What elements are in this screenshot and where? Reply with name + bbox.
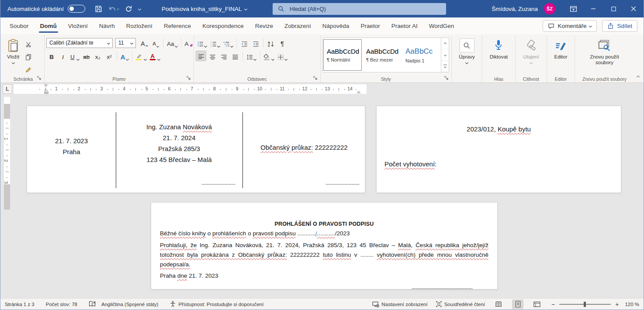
- increase-indent-button[interactable]: [250, 38, 261, 48]
- tab-wordgen[interactable]: WordGen: [423, 17, 460, 34]
- language-indicator[interactable]: Angličtina (Spojené státy): [101, 302, 158, 307]
- tab-praetor-ai[interactable]: Praetor AI: [386, 17, 423, 34]
- highlight-button[interactable]: [135, 51, 148, 61]
- save-button[interactable]: [95, 5, 102, 13]
- customize-quick-access-button[interactable]: [138, 8, 141, 10]
- zoom-percentage[interactable]: 120 %: [625, 302, 639, 307]
- accessibility-status[interactable]: Přístupnost: Prostudujte si doporučení: [170, 301, 263, 307]
- line-spacing-button[interactable]: [245, 51, 257, 61]
- format-painter-button[interactable]: [23, 63, 34, 74]
- display-settings-button[interactable]: Nastavení zobrazení: [372, 301, 427, 307]
- horizontal-ruler[interactable]: 1234567891011121314: [14, 84, 367, 94]
- paste-button[interactable]: Vložit: [4, 36, 22, 66]
- numbering-button[interactable]: 123: [209, 38, 221, 48]
- proofing-status[interactable]: [89, 301, 96, 307]
- superscript-button[interactable]: x²: [104, 51, 114, 61]
- tab-napoveda[interactable]: Nápověda: [317, 17, 355, 34]
- autosave-toggle[interactable]: [68, 5, 85, 13]
- user-avatar[interactable]: ŠZ: [544, 3, 555, 14]
- page-3[interactable]: PROHLÁŠENÍ O PRAVOSTI PODPISU Běžné čísl…: [151, 202, 498, 289]
- page-1[interactable]: 21. 7. 2023 Praha Ing. Zuzana Nováková 2…: [27, 106, 365, 193]
- tab-rozlozeni[interactable]: Rozložení: [121, 17, 158, 34]
- collapse-ribbon-button[interactable]: [637, 72, 639, 80]
- underline-button[interactable]: U: [69, 51, 80, 61]
- bold-button[interactable]: B: [46, 51, 57, 61]
- sort-button[interactable]: AZ: [266, 38, 276, 48]
- dictate-button[interactable]: Diktovat: [487, 36, 511, 62]
- print-layout-button[interactable]: [512, 300, 523, 309]
- editor-button[interactable]: Editor: [551, 36, 570, 62]
- ribbon-display-options-button[interactable]: [563, 0, 583, 17]
- focus-reading-button[interactable]: Soustředěné čtení: [436, 301, 485, 307]
- undo-button[interactable]: [108, 6, 119, 12]
- minimize-button[interactable]: [583, 0, 603, 17]
- grow-font-button[interactable]: A: [139, 38, 149, 48]
- share-button[interactable]: Sdílet: [602, 20, 637, 32]
- document-title[interactable]: Podpisova kniha_stitky_FINAL: [162, 6, 247, 12]
- search-box[interactable]: Hledat (Alt+Q): [273, 3, 446, 15]
- style-normal[interactable]: AaBbCcDd ¶ Normální: [323, 39, 362, 71]
- change-case-button[interactable]: Aa: [166, 38, 179, 48]
- autosave-control[interactable]: Automatické ukládání: [7, 5, 85, 13]
- tab-domu[interactable]: Domů: [35, 17, 62, 34]
- tab-zobrazeni[interactable]: Zobrazení: [279, 17, 317, 34]
- clear-formatting-button[interactable]: A: [184, 38, 194, 48]
- sensitivity-button[interactable]: Utajení: [520, 36, 542, 66]
- align-center-button[interactable]: [207, 51, 218, 61]
- zoom-slider-thumb[interactable]: [584, 302, 586, 307]
- user-name[interactable]: Šmídová, Zuzana: [492, 6, 538, 12]
- subscript-button[interactable]: x₂: [93, 51, 103, 61]
- vertical-ruler[interactable]: 123: [4, 97, 10, 210]
- strikethrough-button[interactable]: ab: [81, 51, 92, 61]
- shrink-font-button[interactable]: A: [150, 38, 161, 48]
- editing-button[interactable]: Úpravy: [456, 36, 478, 66]
- italic-button[interactable]: I: [58, 51, 68, 61]
- bullets-button[interactable]: [196, 38, 208, 48]
- justify-button[interactable]: [230, 51, 240, 61]
- hanging-indent-marker[interactable]: [44, 88, 48, 91]
- font-dialog-launcher[interactable]: [187, 76, 192, 81]
- redo-button[interactable]: [125, 5, 132, 13]
- page-indicator[interactable]: Stránka 1 z 3: [5, 302, 35, 307]
- clipboard-dialog-launcher[interactable]: [37, 76, 42, 81]
- page-2[interactable]: 2023/012, Koupě bytu Počet vyhotovení:: [376, 106, 621, 193]
- zoom-slider[interactable]: [559, 301, 611, 307]
- style-heading1[interactable]: AaBbCc Nadpis 1: [402, 39, 440, 71]
- left-indent-marker[interactable]: [44, 92, 48, 94]
- maximize-button[interactable]: [603, 0, 623, 17]
- right-indent-marker[interactable]: [357, 90, 361, 93]
- show-formatting-button[interactable]: ¶: [277, 38, 287, 48]
- multilevel-list-button[interactable]: [222, 38, 234, 48]
- styles-gallery-expand-button[interactable]: [441, 61, 449, 72]
- tab-revize[interactable]: Revize: [249, 17, 279, 34]
- align-left-button[interactable]: [196, 51, 206, 61]
- zoom-out-button[interactable]: −: [551, 301, 556, 308]
- zoom-in-button[interactable]: +: [614, 301, 620, 308]
- style-no-spacing[interactable]: AaBbCcDd ¶ Bez mezer: [363, 39, 401, 71]
- tab-soubor[interactable]: Soubor: [4, 17, 35, 34]
- cut-button[interactable]: [23, 38, 34, 48]
- reuse-files-button[interactable]: Znovu použítsoubory: [587, 36, 622, 68]
- tab-korespondence[interactable]: Korespondence: [197, 17, 249, 34]
- copy-button[interactable]: [23, 51, 34, 61]
- web-layout-button[interactable]: [531, 300, 543, 309]
- paragraph-dialog-launcher[interactable]: [313, 76, 319, 81]
- decrease-indent-button[interactable]: [239, 38, 249, 48]
- font-size-combo[interactable]: 11: [115, 38, 136, 48]
- tab-reference[interactable]: Reference: [158, 17, 197, 34]
- styles-scroll-down-button[interactable]: [441, 49, 449, 61]
- tab-praetor[interactable]: Praetor: [355, 17, 385, 34]
- read-mode-button[interactable]: [493, 300, 504, 309]
- shading-button[interactable]: [262, 51, 275, 61]
- tab-navrh[interactable]: Návrh: [93, 17, 121, 34]
- align-right-button[interactable]: [218, 51, 229, 61]
- tab-vlozeni[interactable]: Vložení: [62, 17, 93, 34]
- comments-button[interactable]: Komentáře: [543, 20, 597, 32]
- styles-scroll-up-button[interactable]: [441, 38, 449, 49]
- borders-button[interactable]: [276, 51, 288, 61]
- font-name-combo[interactable]: Calibri (Základní te: [46, 38, 113, 48]
- close-button[interactable]: [623, 0, 644, 17]
- tab-stop-selector[interactable]: L: [3, 84, 12, 94]
- text-effects-button[interactable]: A: [119, 51, 130, 61]
- font-color-button[interactable]: A: [149, 51, 161, 61]
